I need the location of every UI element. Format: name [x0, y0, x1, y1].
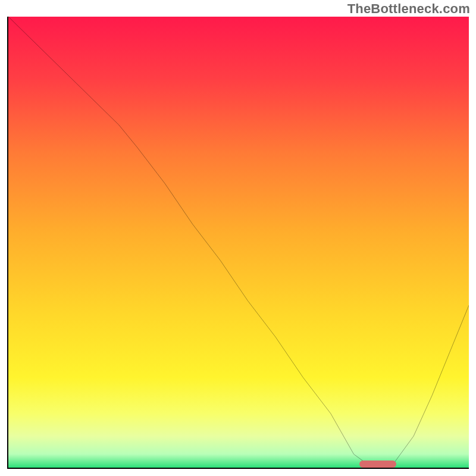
bottleneck-curve	[8, 17, 469, 468]
optimal-marker	[359, 461, 396, 468]
plot-area	[7, 17, 469, 469]
watermark-text: TheBottleneck.com	[347, 1, 470, 17]
chart-container: TheBottleneck.com	[0, 0, 476, 476]
